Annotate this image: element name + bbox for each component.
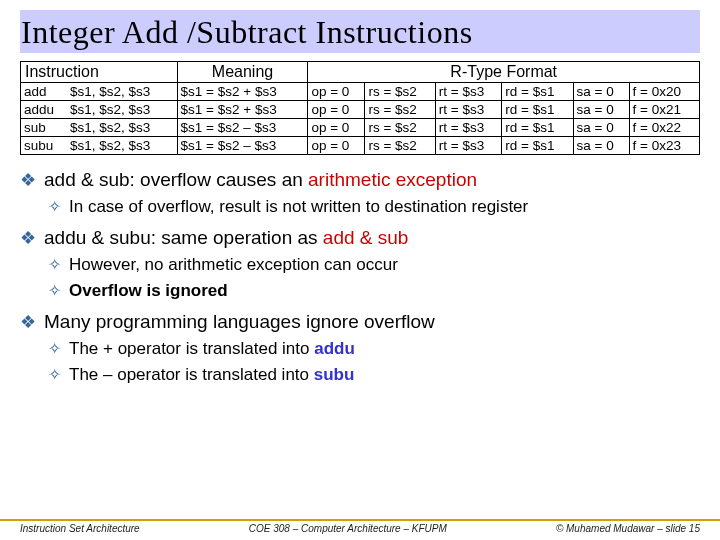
text-frag: add & sub: overflow causes an — [44, 169, 308, 190]
cell-rd: rd = $s1 — [502, 119, 573, 137]
bullet-text: add & sub: overflow causes an arithmetic… — [44, 169, 477, 191]
cell-rt: rt = $s3 — [435, 119, 502, 137]
fleur-icon: ✧ — [48, 281, 61, 301]
cell-meaning: $s1 = $s2 + $s3 — [177, 83, 308, 101]
bullet-text: addu & subu: same operation as add & sub — [44, 227, 408, 249]
text-frag: addu & subu: same operation as — [44, 227, 323, 248]
cell-args: $s1, $s2, $s3 — [67, 83, 177, 101]
bullet-item: ❖ Many programming languages ignore over… — [20, 311, 700, 333]
text-frag: The – operator is translated into — [69, 365, 314, 384]
bullet-item: ✧ However, no arithmetic exception can o… — [48, 255, 700, 275]
th-rtype: R-Type Format — [308, 62, 700, 83]
cell-f: f = 0x23 — [629, 137, 699, 155]
footer-center: COE 308 – Computer Architecture – KFUPM — [249, 523, 447, 534]
cell-rd: rd = $s1 — [502, 83, 573, 101]
footer-left: Instruction Set Architecture — [20, 523, 140, 534]
table-row: add $s1, $s2, $s3 $s1 = $s2 + $s3 op = 0… — [21, 83, 700, 101]
cell-meaning: $s1 = $s2 – $s3 — [177, 137, 308, 155]
bullet-item: ✧ The + operator is translated into addu — [48, 339, 700, 359]
cell-f: f = 0x22 — [629, 119, 699, 137]
text-highlight: addu — [314, 339, 355, 358]
fleur-icon: ✧ — [48, 365, 61, 385]
bullet-item: ✧ Overflow is ignored — [48, 281, 700, 301]
slide-footer: Instruction Set Architecture COE 308 – C… — [0, 519, 720, 534]
footer-right: © Muhamed Mudawar – slide 15 — [556, 523, 700, 534]
cell-sa: sa = 0 — [573, 83, 629, 101]
diamond-icon: ❖ — [20, 169, 36, 191]
cell-f: f = 0x21 — [629, 101, 699, 119]
slide-title: Integer Add /Subtract Instructions — [20, 10, 700, 53]
table-row: addu $s1, $s2, $s3 $s1 = $s2 + $s3 op = … — [21, 101, 700, 119]
cell-f: f = 0x20 — [629, 83, 699, 101]
cell-mn: addu — [21, 101, 67, 119]
bullet-text: Overflow is ignored — [69, 281, 228, 301]
cell-mn: add — [21, 83, 67, 101]
cell-sa: sa = 0 — [573, 137, 629, 155]
cell-rd: rd = $s1 — [502, 101, 573, 119]
cell-rs: rs = $s2 — [365, 101, 435, 119]
cell-op: op = 0 — [308, 101, 365, 119]
bullet-text: However, no arithmetic exception can occ… — [69, 255, 398, 275]
bullet-item: ✧ The – operator is translated into subu — [48, 365, 700, 385]
table-row: subu $s1, $s2, $s3 $s1 = $s2 – $s3 op = … — [21, 137, 700, 155]
th-instruction: Instruction — [21, 62, 178, 83]
cell-sa: sa = 0 — [573, 101, 629, 119]
bullet-content: ❖ add & sub: overflow causes an arithmet… — [20, 169, 700, 385]
bullet-item: ❖ add & sub: overflow causes an arithmet… — [20, 169, 700, 191]
th-meaning: Meaning — [177, 62, 308, 83]
fleur-icon: ✧ — [48, 339, 61, 359]
cell-args: $s1, $s2, $s3 — [67, 119, 177, 137]
cell-rt: rt = $s3 — [435, 101, 502, 119]
bullet-item: ✧ In case of overflow, result is not wri… — [48, 197, 700, 217]
text-highlight: subu — [314, 365, 355, 384]
bullet-item: ❖ addu & subu: same operation as add & s… — [20, 227, 700, 249]
diamond-icon: ❖ — [20, 227, 36, 249]
cell-rt: rt = $s3 — [435, 83, 502, 101]
table-row: sub $s1, $s2, $s3 $s1 = $s2 – $s3 op = 0… — [21, 119, 700, 137]
cell-rs: rs = $s2 — [365, 137, 435, 155]
fleur-icon: ✧ — [48, 197, 61, 217]
cell-rs: rs = $s2 — [365, 83, 435, 101]
cell-mn: subu — [21, 137, 67, 155]
cell-op: op = 0 — [308, 119, 365, 137]
bullet-text: Many programming languages ignore overfl… — [44, 311, 435, 333]
text-highlight: add & sub — [323, 227, 409, 248]
bullet-text: The – operator is translated into subu — [69, 365, 354, 385]
cell-rs: rs = $s2 — [365, 119, 435, 137]
diamond-icon: ❖ — [20, 311, 36, 333]
bullet-text: In case of overflow, result is not writt… — [69, 197, 528, 217]
cell-args: $s1, $s2, $s3 — [67, 137, 177, 155]
text-bold: Overflow is ignored — [69, 281, 228, 300]
fleur-icon: ✧ — [48, 255, 61, 275]
cell-sa: sa = 0 — [573, 119, 629, 137]
cell-meaning: $s1 = $s2 – $s3 — [177, 119, 308, 137]
instruction-table: Instruction Meaning R-Type Format add $s… — [20, 61, 700, 155]
bullet-text: The + operator is translated into addu — [69, 339, 355, 359]
text-frag: The + operator is translated into — [69, 339, 314, 358]
cell-args: $s1, $s2, $s3 — [67, 101, 177, 119]
cell-rd: rd = $s1 — [502, 137, 573, 155]
cell-meaning: $s1 = $s2 + $s3 — [177, 101, 308, 119]
cell-rt: rt = $s3 — [435, 137, 502, 155]
text-highlight: arithmetic exception — [308, 169, 477, 190]
cell-op: op = 0 — [308, 137, 365, 155]
cell-mn: sub — [21, 119, 67, 137]
cell-op: op = 0 — [308, 83, 365, 101]
